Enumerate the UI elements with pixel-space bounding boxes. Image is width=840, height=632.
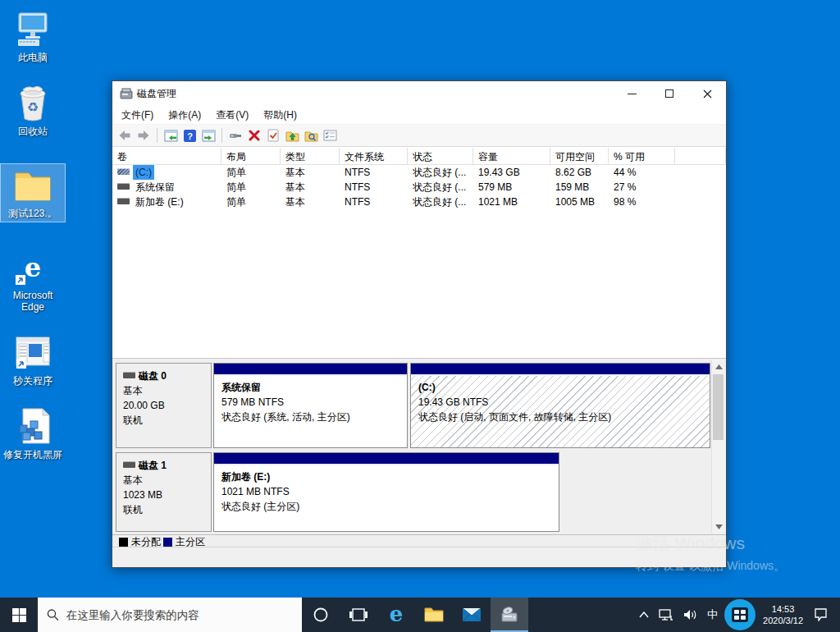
desktop-icon-this-pc[interactable]: 此电脑 <box>1 8 65 66</box>
task-view-button[interactable] <box>340 598 377 632</box>
edge-icon[interactable]: e <box>377 598 415 632</box>
clock-date: 2020/3/12 <box>763 615 803 626</box>
disk-type: 基本 <box>123 383 204 398</box>
column-header[interactable]: 类型 <box>281 148 340 164</box>
volume-icon <box>117 183 130 190</box>
console-tree-icon[interactable] <box>162 128 179 144</box>
volume-icon[interactable] <box>678 609 702 621</box>
volume-list: 卷 布局 类型 文件系统 状态 容量 可用空间 % 可用 (C:) 简单 基本 … <box>112 148 726 358</box>
delete-icon[interactable] <box>246 128 262 144</box>
task-check-icon[interactable] <box>265 128 281 144</box>
disk-size: 20.00 GB <box>123 398 204 413</box>
menu-action[interactable]: 操作(A) <box>161 108 208 122</box>
this-pc-icon <box>1 10 65 49</box>
desktop-icon-recycle-bin[interactable]: ♻ 回收站 <box>1 82 65 140</box>
disk-icon <box>123 372 135 378</box>
partition-size: 579 MB NTFS <box>221 395 399 410</box>
disk-management-window: 磁盘管理 文件(F) 操作(A) 查看(V) 帮助(H) ? <box>112 80 727 568</box>
screwdriver-icon[interactable] <box>227 128 244 144</box>
desktop-icon-test-folder[interactable]: 测试123.。 <box>1 164 65 222</box>
tray-expand-icon[interactable] <box>634 611 654 618</box>
action-pane-icon[interactable] <box>200 128 217 144</box>
network-icon[interactable] <box>654 609 678 621</box>
column-header[interactable]: % 可用 <box>609 148 675 164</box>
minimize-button[interactable] <box>613 81 651 106</box>
partition-new-volume-e[interactable]: 新加卷 (E:) 1021 MB NTFS 状态良好 (主分区) <box>213 452 559 532</box>
desktop-icon-label: 回收站 <box>1 126 65 137</box>
file-explorer-icon[interactable] <box>415 598 453 632</box>
cell-capacity: 19.43 GB <box>473 165 550 180</box>
menu-view[interactable]: 查看(V) <box>208 108 256 122</box>
toolbar: ? <box>112 125 726 147</box>
partition-color-band <box>214 453 559 464</box>
volume-icon <box>117 168 130 175</box>
partition-color-band <box>214 364 407 374</box>
action-center-icon[interactable] <box>809 608 833 621</box>
cell-status: 状态良好 (... <box>408 165 473 180</box>
partition-c[interactable]: (C:) 19.43 GB NTFS 状态良好 (启动, 页面文件, 故障转储,… <box>410 363 710 448</box>
scroll-up-icon[interactable] <box>712 360 725 373</box>
menu-file[interactable]: 文件(F) <box>114 108 161 122</box>
disk-status: 联机 <box>123 413 204 428</box>
taskbar: e 中 14:53 2020/3/ <box>0 598 840 632</box>
mail-icon[interactable] <box>453 598 491 632</box>
disk-1-label[interactable]: 磁盘 1 基本 1023 MB 联机 <box>116 452 212 532</box>
disk-0-label[interactable]: 磁盘 0 基本 20.00 GB 联机 <box>116 363 212 448</box>
menu-help[interactable]: 帮助(H) <box>256 108 304 122</box>
cell-percent-free: 44 % <box>609 165 675 180</box>
cell-filesystem: NTFS <box>340 180 408 195</box>
volume-row-c[interactable]: (C:) 简单 基本 NTFS 状态良好 (... 19.43 GB 8.62 … <box>112 165 726 180</box>
checklist-icon[interactable] <box>322 128 338 144</box>
window-titlebar: 磁盘管理 <box>112 81 726 106</box>
forward-icon[interactable] <box>135 128 152 144</box>
cell-free-space: 8.62 GB <box>550 165 609 180</box>
disk-icon <box>123 461 135 468</box>
cortana-button[interactable] <box>302 598 340 632</box>
cell-type: 基本 <box>281 195 340 209</box>
partition-name: 新加卷 (E:) <box>221 469 551 484</box>
partition-system-reserved[interactable]: 系统保留 579 MB NTFS 状态良好 (系统, 活动, 主分区) <box>213 363 408 448</box>
ime-tool-icon[interactable] <box>724 599 756 630</box>
program-window-icon <box>1 333 65 373</box>
help-icon[interactable]: ? <box>181 128 198 144</box>
desktop-icon-fix-black-screen[interactable]: 修复开机黑屏 <box>1 405 65 463</box>
desktop-icon-quick-close-app[interactable]: 秒关程序 <box>1 332 65 389</box>
column-header[interactable]: 容量 <box>473 148 550 164</box>
vertical-scrollbar[interactable] <box>711 360 725 534</box>
folder-search-icon[interactable] <box>303 128 319 144</box>
folder-up-icon[interactable] <box>284 128 300 144</box>
column-header[interactable]: 卷 <box>112 148 221 164</box>
back-icon[interactable] <box>116 128 133 144</box>
svg-text:e: e <box>390 604 404 625</box>
clock[interactable]: 14:53 2020/3/12 <box>757 603 809 626</box>
desktop-icon-microsoft-edge[interactable]: e Microsoft Edge <box>1 246 65 315</box>
search-input[interactable] <box>66 609 293 621</box>
clock-time: 14:53 <box>763 603 803 615</box>
disk-status: 联机 <box>123 502 204 517</box>
start-button[interactable] <box>0 598 38 632</box>
cell-percent-free: 27 % <box>609 180 675 195</box>
ime-indicator[interactable]: 中 <box>702 607 723 622</box>
volume-name: (C:) <box>133 165 154 180</box>
svg-text:?: ? <box>187 131 193 140</box>
taskbar-search[interactable] <box>38 598 302 632</box>
disk-0-partitions: 系统保留 579 MB NTFS 状态良好 (系统, 活动, 主分区) (C:)… <box>213 363 706 448</box>
svg-text:♻: ♻ <box>27 100 39 114</box>
scroll-down-icon[interactable] <box>712 520 725 534</box>
column-header[interactable]: 文件系统 <box>340 148 408 164</box>
scrollbar-thumb[interactable] <box>713 374 724 440</box>
volume-row-new-volume-e[interactable]: 新加卷 (E:) 简单 基本 NTFS 状态良好 (... 1021 MB 10… <box>112 195 726 209</box>
column-header[interactable]: 可用空间 <box>550 148 609 164</box>
close-button[interactable] <box>688 81 726 106</box>
cell-layout: 简单 <box>221 195 281 209</box>
maximize-button[interactable] <box>651 81 688 106</box>
volume-icon <box>117 198 130 204</box>
column-header[interactable]: 布局 <box>221 148 281 164</box>
partition-color-band <box>411 364 710 374</box>
disk-management-taskbar-icon[interactable] <box>491 598 528 632</box>
volume-row-system-reserved[interactable]: 系统保留 简单 基本 NTFS 状态良好 (... 579 MB 159 MB … <box>112 180 726 195</box>
cell-free-space: 159 MB <box>550 180 609 195</box>
column-header[interactable]: 状态 <box>408 148 473 164</box>
legend-unallocated-swatch <box>119 538 128 547</box>
window-title: 磁盘管理 <box>137 87 176 101</box>
